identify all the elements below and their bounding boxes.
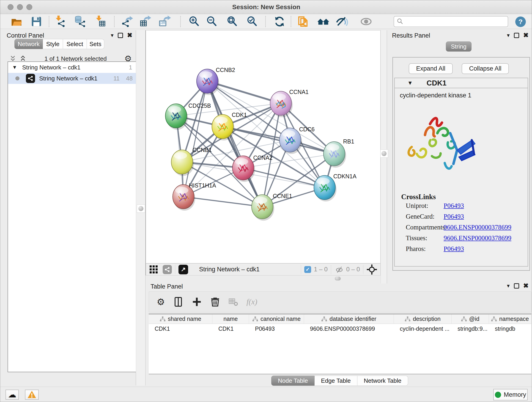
network-node-RB1[interactable]: RB1: [323, 138, 354, 168]
export-table-icon[interactable]: [139, 15, 152, 28]
network-overview-icon[interactable]: [163, 265, 172, 274]
close-panel-icon[interactable]: ✖: [523, 32, 529, 38]
title-bar: Session: New Session: [0, 0, 532, 14]
tab-sets[interactable]: Sets: [87, 39, 104, 49]
export-network-icon[interactable]: [121, 15, 134, 28]
network-node-HIST1H1A[interactable]: HIST1H1A: [173, 182, 216, 211]
cloud-icon: ☁: [8, 390, 16, 399]
network-node-CCNB1[interactable]: CCNB1: [171, 147, 212, 176]
crosslink-tissues-link[interactable]: 9606.ENSP00000378699: [443, 234, 511, 242]
maximize-panel-icon[interactable]: [514, 283, 519, 288]
network-edge-CDK1-RB1[interactable]: [223, 127, 334, 154]
column-header[interactable]: shared name: [149, 314, 212, 324]
network-node-CCNA2[interactable]: CCNA2: [233, 154, 273, 182]
left-splitter[interactable]: [136, 30, 146, 385]
tab-network-table[interactable]: Network Table: [357, 376, 408, 386]
zoom-in-icon[interactable]: [188, 15, 201, 28]
gene-collapse-icon[interactable]: ▼: [407, 80, 413, 86]
help-button[interactable]: ?: [515, 17, 526, 27]
export-image-icon[interactable]: [158, 15, 171, 28]
zoom-selected-icon[interactable]: [246, 15, 259, 28]
search-input[interactable]: [405, 18, 505, 25]
collection-collapse-icon[interactable]: ▼: [12, 64, 17, 70]
tab-select[interactable]: Select: [63, 39, 87, 49]
table-settings-gear-icon[interactable]: ⚙: [157, 297, 165, 307]
network-node-CDKN1A[interactable]: CDKN1A: [314, 173, 356, 201]
column-header[interactable]: namespace: [489, 314, 531, 324]
tab-node-table[interactable]: Node Table: [271, 376, 315, 386]
gene-section-header[interactable]: ▼ CDK1: [395, 78, 528, 88]
zoom-out-icon[interactable]: [205, 15, 218, 28]
memory-button[interactable]: Memory: [493, 389, 528, 400]
float-panel-icon[interactable]: ▾: [507, 32, 510, 38]
network-node-CDC6[interactable]: CDC6: [279, 126, 315, 154]
expand-all-button[interactable]: Expand All: [409, 63, 453, 74]
hide-selected-icon[interactable]: [335, 15, 348, 28]
network-node-CCNE1[interactable]: CCNE1: [252, 193, 292, 221]
close-panel-icon[interactable]: ✖: [127, 32, 133, 38]
tab-style[interactable]: Style: [43, 39, 63, 49]
save-session-icon[interactable]: [30, 15, 43, 28]
selected-checkbox-icon[interactable]: ✓: [304, 266, 311, 273]
crosslink-compartments-link[interactable]: 9606.ENSP00000378699: [443, 223, 511, 231]
add-column-icon[interactable]: [191, 297, 202, 307]
tab-edge-table[interactable]: Edge Table: [315, 376, 357, 386]
maximize-panel-icon[interactable]: [514, 33, 519, 38]
node-label: CCNA2: [253, 154, 272, 161]
table-row[interactable]: CDK1 CDK1 P06493 9606.ENSP00000378699 cy…: [149, 324, 531, 333]
refresh-view-icon[interactable]: [273, 15, 286, 28]
clone-network-view-icon[interactable]: [297, 15, 309, 28]
toolbar-search[interactable]: [394, 16, 508, 27]
toolbar-separator: [49, 16, 49, 27]
birds-eye-view-icon[interactable]: ↗: [178, 265, 188, 274]
right-splitter[interactable]: [380, 30, 387, 283]
crosslink-pharos-link[interactable]: P06493: [443, 245, 464, 252]
hidden-eye-icon[interactable]: [334, 265, 344, 274]
node-label: CDKN1A: [333, 173, 356, 179]
table-panel-title: Table Panel: [151, 283, 183, 290]
crosslink-label: Uniprot:: [406, 202, 442, 210]
network-row[interactable]: String Network – cdk1 11 48: [8, 73, 137, 84]
network-node-CCNA1[interactable]: CCNA1: [270, 89, 309, 117]
crosshair-icon[interactable]: [367, 264, 377, 275]
show-all-icon[interactable]: [360, 15, 373, 28]
import-table-file-icon[interactable]: [94, 15, 107, 28]
table-panel: Table Panel ▾ ✖ ⚙ f(x) shared name name …: [149, 281, 532, 386]
close-panel-icon[interactable]: ✖: [523, 283, 529, 288]
control-panel: Control Panel ▾ ✖ Network Style Select S…: [2, 30, 136, 385]
crosslink-genecard-link[interactable]: P06493: [443, 213, 464, 220]
grid-view-icon[interactable]: [150, 265, 158, 274]
float-panel-icon[interactable]: ▾: [507, 283, 510, 288]
network-canvas[interactable]: CCNB2CCNA1CDC25BCDK1CDC6RB1CCNB1CCNA2CDK…: [146, 30, 380, 263]
node-label: CCNA1: [289, 89, 309, 95]
column-header[interactable]: canonical name: [249, 314, 304, 324]
network-graph[interactable]: CCNB2CCNA1CDC25BCDK1CDC6RB1CCNB1CCNA2CDK…: [146, 31, 380, 263]
delete-column-trash-icon[interactable]: [210, 297, 220, 307]
cloud-services-button[interactable]: ☁: [6, 390, 19, 400]
column-header[interactable]: database identifier: [304, 314, 394, 324]
import-network-file-icon[interactable]: [53, 15, 66, 28]
tab-string[interactable]: String: [446, 41, 472, 51]
gene-description: cyclin-dependent kinase 1: [400, 92, 528, 99]
column-header[interactable]: description: [394, 314, 452, 324]
left-splitter-handle[interactable]: [137, 204, 145, 213]
zoom-fit-icon[interactable]: [226, 15, 239, 28]
open-session-icon[interactable]: [10, 15, 23, 28]
column-header[interactable]: name: [212, 314, 249, 324]
horizontal-splitter-handle[interactable]: [335, 277, 341, 281]
import-network-database-icon[interactable]: [73, 15, 86, 28]
status-bar: ☁ Memory: [0, 387, 532, 402]
float-panel-icon[interactable]: ▾: [111, 32, 114, 38]
network-node-CCNB2[interactable]: CCNB2: [196, 67, 235, 95]
network-edge-CCNB2-HIST1H1A[interactable]: [183, 81, 207, 197]
collapse-all-button[interactable]: Collapse All: [462, 63, 509, 74]
crosslink-uniprot-link[interactable]: P06493: [443, 202, 464, 209]
tab-network[interactable]: Network: [14, 39, 43, 49]
show-columns-icon[interactable]: [173, 296, 184, 307]
warnings-button[interactable]: [25, 390, 39, 400]
first-neighbors-icon[interactable]: [317, 15, 330, 28]
node-label: RB1: [343, 138, 354, 145]
network-collection-row[interactable]: ▼ String Network – cdk1 1: [8, 62, 137, 73]
column-header[interactable]: @id: [452, 314, 489, 324]
maximize-panel-icon[interactable]: [118, 33, 123, 38]
